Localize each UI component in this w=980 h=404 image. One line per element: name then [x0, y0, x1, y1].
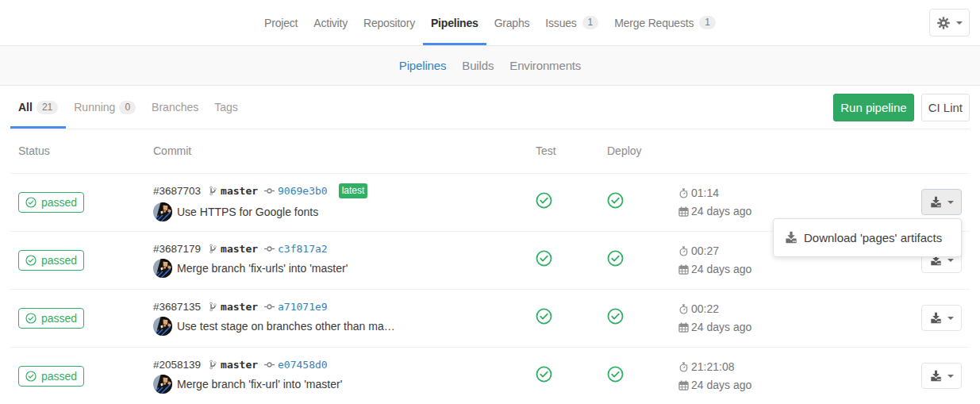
- sub-nav-link[interactable]: Pipelines: [391, 59, 455, 72]
- pipeline-status-badge[interactable]: passed: [18, 250, 84, 271]
- filter-tab-link[interactable]: Running 0: [66, 86, 144, 129]
- nav-item: Activity: [306, 0, 355, 45]
- pipeline-id-link[interactable]: #3687135: [153, 301, 201, 313]
- test-stage-status-icon[interactable]: [536, 192, 552, 209]
- pipeline-status-badge[interactable]: passed: [18, 366, 84, 387]
- commit-message-link[interactable]: Use HTTPS for Google fonts: [177, 206, 318, 218]
- deploy-stage-status-icon[interactable]: [607, 250, 624, 267]
- avatar[interactable]: [153, 259, 172, 278]
- commit-sha-link[interactable]: e07458d0: [278, 359, 328, 371]
- gear-icon: [937, 17, 950, 29]
- actions-cell: Download 'pages' artifacts: [839, 173, 970, 231]
- column-header-test: Test: [528, 129, 599, 173]
- deploy-stage-cell: [599, 289, 671, 347]
- pipeline-status-badge[interactable]: passed: [18, 308, 84, 329]
- pipelines-content: All 21 Running 0 Branches Tags Run pipel…: [0, 86, 980, 404]
- nav-item: Issues 1: [537, 0, 606, 45]
- status-cell: passed: [10, 347, 145, 404]
- status-cell: passed: [10, 173, 145, 231]
- status-passed-icon: [25, 313, 37, 324]
- test-stage-cell: [528, 289, 599, 347]
- actions-cell: [839, 289, 970, 347]
- pipelines-table: Status Commit Test Deploy passed #368770…: [10, 129, 970, 404]
- avatar[interactable]: [153, 202, 172, 221]
- branch-link[interactable]: master: [221, 185, 258, 197]
- caret-down-icon: [947, 375, 954, 378]
- caret-down-icon: [947, 201, 954, 204]
- caret-down-icon: [947, 317, 954, 320]
- table-header-row: Status Commit Test Deploy: [10, 129, 970, 173]
- run-pipeline-button[interactable]: Run pipeline: [833, 94, 913, 121]
- duration-value: 00:27: [691, 244, 719, 257]
- pipelines-actions: Run pipeline CI Lint: [833, 94, 970, 121]
- commit-message-link[interactable]: Merge branch 'fix-urls' into 'master': [177, 262, 348, 275]
- commit-sha-link[interactable]: 9069e3b0: [278, 185, 328, 197]
- deploy-stage-status-icon[interactable]: [607, 192, 624, 209]
- finished-time: 24 days ago: [691, 321, 751, 333]
- nav-link[interactable]: Project: [256, 0, 306, 45]
- pipeline-id-link[interactable]: #3687179: [153, 243, 201, 255]
- avatar[interactable]: [153, 375, 172, 394]
- pipelines-sub-nav: Pipelines Builds Environments: [0, 46, 980, 86]
- duration-line: 01:14: [678, 187, 831, 199]
- commit-message-link[interactable]: Merge branch 'fix-url' into 'master': [177, 378, 342, 391]
- test-stage-status-icon[interactable]: [536, 308, 552, 325]
- artifacts-download-button[interactable]: [921, 189, 962, 215]
- nav-link[interactable]: Pipelines: [423, 0, 486, 45]
- calendar-icon: [678, 380, 689, 391]
- artifacts-download-button[interactable]: [921, 305, 962, 331]
- finished-line: 24 days ago: [678, 205, 831, 217]
- duration-value: 01:14: [691, 187, 719, 199]
- calendar-icon: [678, 206, 689, 217]
- commit-cell: #3687135 master a71071e9 Use test stage …: [145, 289, 528, 347]
- nav-count-badge: 1: [582, 16, 599, 29]
- branch-link[interactable]: master: [221, 359, 258, 371]
- sub-nav-links: Pipelines Builds Environments: [391, 59, 589, 73]
- timer-icon: [678, 362, 689, 372]
- stage-passed-icon: [536, 308, 552, 325]
- filter-tab-link[interactable]: Branches: [144, 86, 206, 129]
- actions-cell: [839, 347, 970, 404]
- commit-sha-link[interactable]: a71071e9: [278, 301, 328, 313]
- nav-link[interactable]: Graphs: [486, 0, 538, 45]
- pipeline-id-link[interactable]: #3687703: [153, 185, 201, 197]
- finished-time: 24 days ago: [691, 205, 751, 217]
- download-icon: [930, 312, 942, 324]
- pipelines-filter-tabs: All 21 Running 0 Branches Tags: [10, 86, 246, 129]
- artifacts-download-button[interactable]: [921, 363, 962, 389]
- column-header-actions: [839, 129, 970, 173]
- avatar[interactable]: [153, 317, 172, 336]
- project-nav: Project Activity Repository Pipelines Gr…: [0, 0, 980, 46]
- test-stage-status-icon[interactable]: [536, 250, 552, 267]
- download-icon: [930, 196, 942, 208]
- filter-tab: All 21: [10, 86, 66, 129]
- sub-nav-link[interactable]: Environments: [502, 59, 589, 72]
- commit-sha-link[interactable]: c3f817a2: [278, 243, 328, 255]
- branch-link[interactable]: master: [221, 243, 258, 255]
- download-artifacts-menu-item[interactable]: Download 'pages' artifacts: [774, 225, 961, 250]
- filter-tab: Branches: [144, 86, 206, 129]
- sub-nav-link[interactable]: Builds: [454, 59, 502, 72]
- ci-lint-button[interactable]: CI Lint: [921, 94, 970, 121]
- filter-tab-link[interactable]: All 21: [10, 86, 66, 129]
- settings-dropdown-button[interactable]: [929, 9, 970, 37]
- timer-icon: [678, 246, 689, 256]
- nav-link[interactable]: Merge Requests 1: [606, 0, 724, 45]
- pipeline-id-link[interactable]: #2058139: [153, 359, 201, 371]
- nav-link[interactable]: Repository: [355, 0, 423, 45]
- nav-link[interactable]: Activity: [306, 0, 355, 45]
- calendar-icon: [678, 322, 689, 333]
- stage-passed-icon: [607, 192, 624, 209]
- duration-line: 21:21:08: [678, 360, 831, 373]
- timing-cell: 00:22 24 days ago: [671, 289, 839, 347]
- deploy-stage-status-icon[interactable]: [607, 366, 624, 383]
- commit-message-link[interactable]: Use test stage on branches other than ma…: [177, 320, 395, 333]
- pipeline-status-badge[interactable]: passed: [18, 192, 84, 213]
- deploy-stage-status-icon[interactable]: [607, 308, 624, 325]
- commit-icon: [264, 187, 275, 194]
- download-artifacts-label: Download 'pages' artifacts: [804, 231, 942, 244]
- filter-tab-link[interactable]: Tags: [206, 86, 246, 129]
- branch-link[interactable]: master: [221, 301, 258, 313]
- test-stage-status-icon[interactable]: [536, 366, 552, 383]
- nav-link[interactable]: Issues 1: [537, 0, 606, 45]
